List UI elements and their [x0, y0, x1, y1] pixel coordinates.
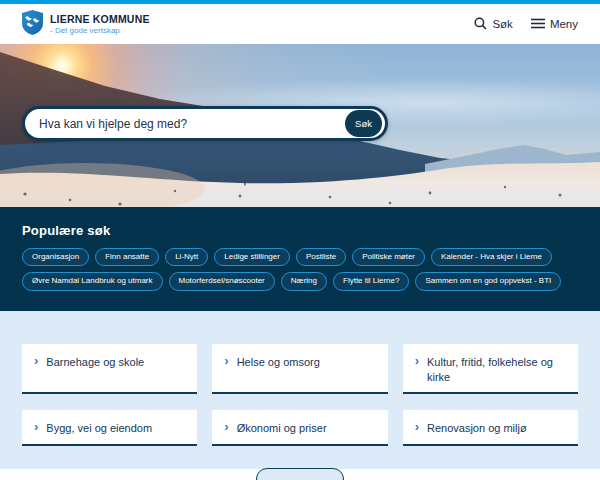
popular-search-pill[interactable]: Li-Nytt — [165, 248, 208, 266]
logo-title: LIERNE KOMMUNE — [50, 13, 150, 25]
service-card-label: Bygg, vei og eiendom — [46, 420, 152, 436]
logo-subtitle: - Det gode vertskap — [50, 26, 150, 35]
popular-search-pill[interactable]: Sammen om en god oppvekst - BTI — [415, 272, 561, 290]
hero-search-bar: Søk — [22, 106, 388, 141]
chevron-right-icon: › — [34, 354, 38, 368]
service-card-label: Renovasjon og miljø — [427, 420, 527, 436]
service-card-label: Økonomi og priser — [237, 420, 327, 436]
popular-search-pill[interactable]: Flytte til Lierne? — [333, 272, 409, 290]
header-search-button[interactable]: Søk — [474, 17, 512, 32]
kommune-logo[interactable]: LIERNE KOMMUNE - Det gode vertskap — [22, 10, 150, 39]
popular-search-pill[interactable]: Kalender - Hva skjer i Lierne — [431, 248, 552, 266]
service-card-grid: › Barnehage og skole › Helse og omsorg ›… — [22, 344, 578, 447]
header-menu-button[interactable]: Meny — [531, 18, 578, 31]
hero-winter-landscape-image: Søk — [0, 44, 600, 207]
popular-search-row-1: Organisasjon Finn ansatte Li-Nytt Ledige… — [22, 248, 578, 266]
chevron-right-icon: › — [34, 420, 38, 434]
service-card-okonomi-og-priser[interactable]: › Økonomi og priser — [212, 410, 387, 446]
service-card-label: Barnehage og skole — [46, 354, 144, 370]
popular-search-title: Populære søk — [22, 223, 578, 238]
coat-of-arms-shield-icon — [22, 10, 43, 39]
hamburger-icon — [531, 18, 545, 31]
chevron-right-icon: › — [224, 420, 228, 434]
popular-search-pill[interactable]: Politiske møter — [352, 248, 425, 266]
service-card-label: Kultur, fritid, folkehelse og kirke — [427, 354, 566, 385]
site-header: LIERNE KOMMUNE - Det gode vertskap Søk M… — [0, 4, 600, 44]
popular-search-pill[interactable]: Ledige stillinger — [214, 248, 290, 266]
service-card-barnehage-og-skole[interactable]: › Barnehage og skole — [22, 344, 197, 395]
service-card-renovasjon-og-miljo[interactable]: › Renovasjon og miljø — [403, 410, 578, 446]
popular-search-row-2: Øvre Namdal Landbruk og utmark Motorferd… — [22, 272, 578, 290]
chevron-right-icon: › — [415, 354, 419, 368]
popular-search-pill[interactable]: Finn ansatte — [95, 248, 159, 266]
chevron-right-icon: › — [415, 420, 419, 434]
search-icon — [474, 17, 487, 32]
header-nav: Søk Meny — [474, 17, 578, 32]
service-card-bygg-vei-eiendom[interactable]: › Bygg, vei og eiendom — [22, 410, 197, 446]
service-card-label: Helse og omsorg — [237, 354, 320, 370]
service-card-kultur-fritid[interactable]: › Kultur, fritid, folkehelse og kirke — [403, 344, 578, 395]
popular-search-section: Populære søk Organisasjon Finn ansatte L… — [0, 207, 600, 311]
more-services-button-partial[interactable] — [256, 468, 344, 480]
header-search-label: Søk — [492, 18, 512, 30]
popular-search-pill[interactable]: Øvre Namdal Landbruk og utmark — [22, 272, 163, 290]
chevron-right-icon: › — [224, 354, 228, 368]
service-card-helse-og-omsorg[interactable]: › Helse og omsorg — [212, 344, 387, 395]
header-menu-label: Meny — [550, 18, 578, 30]
hero-search-submit-button[interactable]: Søk — [345, 110, 382, 137]
popular-search-pill[interactable]: Næring — [281, 272, 327, 290]
popular-search-pill[interactable]: Organisasjon — [22, 248, 89, 266]
popular-search-pill[interactable]: Motorferdsel/snøscooter — [169, 272, 275, 290]
popular-search-pill[interactable]: Postliste — [296, 248, 346, 266]
services-section: › Barnehage og skole › Helse og omsorg ›… — [0, 311, 600, 469]
hero-search-input[interactable] — [25, 109, 345, 138]
